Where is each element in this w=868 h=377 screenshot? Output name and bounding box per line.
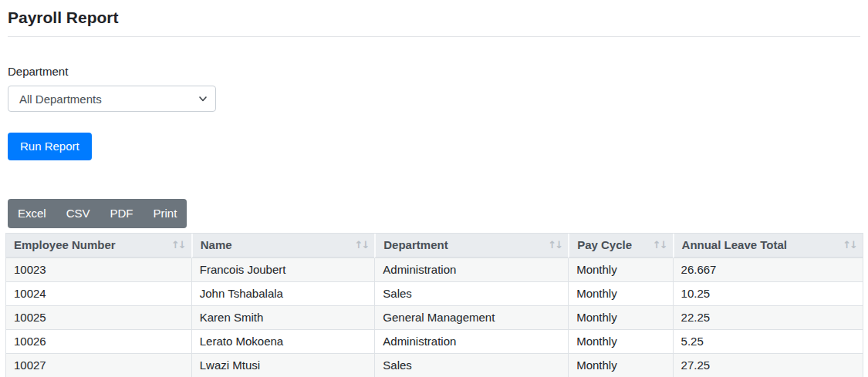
export-button[interactable]: Excel [8, 199, 56, 228]
cell-annual-leave-total: 26.667 [673, 258, 863, 281]
cell-name: Lwazi Mtusi [191, 353, 375, 377]
cell-department: Administration [374, 329, 568, 353]
divider [8, 36, 860, 37]
payroll-report-page: Payroll Report Department All Department… [0, 0, 868, 377]
export-button[interactable]: PDF [100, 199, 144, 228]
cell-employee-number: 10023 [6, 258, 191, 281]
cell-name: John Tshabalala [191, 281, 375, 305]
column-header-label: Annual Leave Total [682, 238, 787, 251]
column-header-label: Department [383, 238, 448, 251]
table-header-row: ↑↓ Employee Number ↑↓ Name ↑↓ Department [6, 234, 863, 258]
cell-annual-leave-total: 27.25 [673, 353, 863, 377]
cell-annual-leave-total: 22.25 [673, 305, 863, 329]
table-row: 10026 Lerato Mokoena Administration Mont… [6, 329, 863, 353]
cell-department: Sales [374, 281, 568, 305]
sort-icon: ↑↓ [354, 237, 368, 253]
cell-name: Lerato Mokoena [191, 329, 375, 353]
cell-annual-leave-total: 10.25 [673, 281, 863, 305]
column-header-label: Name [201, 238, 232, 251]
column-header[interactable]: ↑↓ Pay Cycle [568, 234, 672, 258]
cell-department: Administration [374, 258, 568, 281]
column-header[interactable]: ↑↓ Name [191, 234, 375, 258]
export-button-group: Excel CSV PDF Print [8, 199, 187, 228]
department-select[interactable]: All Departments [8, 86, 216, 112]
column-header[interactable]: ↑↓ Annual Leave Total [673, 234, 863, 258]
sort-icon: ↑↓ [843, 237, 856, 253]
table-row: 10024 John Tshabalala Sales Monthly 10.2… [6, 281, 863, 305]
cell-pay-cycle: Monthly [568, 258, 672, 281]
cell-pay-cycle: Monthly [568, 281, 672, 305]
table-row: 10027 Lwazi Mtusi Sales Monthly 27.25 [6, 353, 863, 377]
cell-department: General Management [374, 305, 568, 329]
table-row: 10025 Karen Smith General Management Mon… [6, 305, 863, 329]
cell-pay-cycle: Monthly [568, 353, 672, 377]
cell-name: Karen Smith [191, 305, 375, 329]
sort-icon: ↑↓ [171, 237, 185, 253]
sort-icon: ↑↓ [548, 237, 562, 253]
cell-department: Sales [374, 353, 568, 377]
page-title: Payroll Report [8, 7, 860, 29]
run-report-button[interactable]: Run Report [8, 133, 92, 160]
export-button[interactable]: CSV [56, 199, 100, 228]
table-row: 10023 Francois Joubert Administration Mo… [6, 258, 863, 281]
export-button[interactable]: Print [144, 199, 187, 228]
cell-employee-number: 10027 [6, 353, 191, 377]
cell-annual-leave-total: 5.25 [673, 329, 863, 353]
column-header[interactable]: ↑↓ Employee Number [6, 234, 191, 258]
column-header-label: Pay Cycle [577, 238, 632, 251]
department-select-wrap: All Departments [8, 86, 216, 112]
cell-name: Francois Joubert [191, 258, 375, 281]
cell-employee-number: 10026 [6, 329, 191, 353]
department-label: Department [8, 64, 860, 79]
cell-employee-number: 10024 [6, 281, 191, 305]
payroll-table: ↑↓ Employee Number ↑↓ Name ↑↓ Department [5, 233, 863, 377]
cell-employee-number: 10025 [6, 305, 191, 329]
cell-pay-cycle: Monthly [568, 329, 672, 353]
cell-pay-cycle: Monthly [568, 305, 672, 329]
sort-icon: ↑↓ [653, 237, 667, 253]
column-header[interactable]: ↑↓ Department [374, 234, 568, 258]
column-header-label: Employee Number [14, 238, 116, 251]
